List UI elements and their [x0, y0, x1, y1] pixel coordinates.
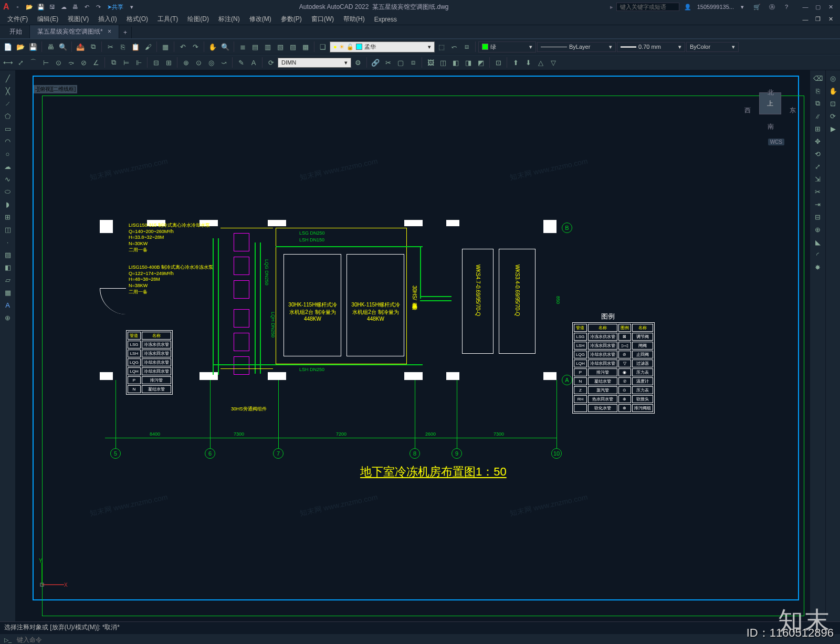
qat-saveas-icon[interactable]: 🖫 [47, 2, 58, 12]
dim-quick-icon[interactable]: ⧉ [108, 57, 119, 68]
makeblock-icon[interactable]: ◫ [2, 224, 14, 235]
3ddwf-icon[interactable]: ⧉ [87, 41, 99, 52]
trim-icon[interactable]: ✂ [812, 186, 824, 197]
wcs-badge[interactable]: WCS [768, 139, 784, 145]
properties-icon[interactable]: ≣ [237, 41, 248, 52]
menu-parametric[interactable]: 参数(P) [277, 14, 306, 25]
circle-icon[interactable]: ○ [2, 148, 14, 160]
viewcube-west[interactable]: 西 [744, 106, 751, 115]
draworder-front-icon[interactable]: ⬆ [510, 57, 521, 68]
dimstyle-icon[interactable]: ⚙ [352, 57, 364, 68]
quickcalc-icon[interactable]: ▩ [300, 41, 311, 52]
zoomext-icon[interactable]: ⊡ [827, 98, 839, 109]
plot-icon[interactable]: 🖶 [45, 41, 56, 52]
tolerance-icon[interactable]: ⊕ [180, 57, 192, 68]
img-clip-icon[interactable]: ◫ [437, 57, 449, 68]
paste-icon[interactable]: 📋 [130, 41, 141, 52]
mtext-icon[interactable]: A [2, 299, 14, 311]
color-dropdown[interactable]: 绿 ▾ [478, 41, 536, 52]
open-icon[interactable]: 📂 [15, 41, 26, 52]
img-adjust-icon[interactable]: ◧ [450, 57, 461, 68]
layer-dropdown[interactable]: ● ☀ 🔓 孟华 ▾ [330, 41, 435, 52]
ellipsearc-icon[interactable]: ◗ [2, 198, 14, 210]
viewcube-south[interactable]: 南 [768, 122, 774, 131]
menu-view[interactable]: 视图(V) [64, 14, 93, 25]
infocenter-icon[interactable]: ⓐ [766, 2, 777, 12]
point-icon[interactable]: · [2, 236, 14, 248]
ellipse-icon[interactable]: ⬭ [2, 186, 14, 197]
tab-close-icon[interactable]: × [108, 28, 111, 35]
redo2-icon[interactable]: ↷ [190, 41, 201, 52]
dim-break-icon[interactable]: ⊞ [163, 57, 174, 68]
centermark-icon[interactable]: ⊙ [193, 57, 204, 68]
array-icon[interactable]: ⊞ [812, 123, 824, 134]
img-attach-icon[interactable]: 🖼 [425, 57, 436, 68]
blockeditor-icon[interactable]: ▦ [160, 41, 171, 52]
layer-match-icon[interactable]: ⬚ [436, 41, 447, 52]
qat-undo-icon[interactable]: ↶ [82, 2, 92, 12]
save-icon[interactable]: 💾 [27, 41, 39, 52]
doc-minimize-icon[interactable]: — [800, 14, 811, 25]
rotate-icon[interactable]: ⟲ [812, 148, 824, 160]
minimize-icon[interactable]: — [800, 2, 811, 12]
new-icon[interactable]: 📄 [2, 41, 14, 52]
join-icon[interactable]: ⊕ [812, 224, 824, 235]
pline-icon[interactable]: ⟋ [2, 98, 14, 109]
draworder-above-icon[interactable]: △ [535, 57, 547, 68]
viewcube-north[interactable]: 北 [768, 88, 774, 97]
img-quality-icon[interactable]: ◨ [463, 57, 474, 68]
tab-start[interactable]: 开始 [2, 25, 30, 38]
chamfer-icon[interactable]: ◣ [812, 236, 824, 248]
dim-aligned-icon[interactable]: ⤢ [15, 57, 26, 68]
lineweight-dropdown[interactable]: 0.70 mm ▾ [617, 42, 685, 52]
qat-open-icon[interactable]: 📂 [24, 2, 35, 12]
publish-icon[interactable]: 📤 [75, 41, 86, 52]
dimedit-icon[interactable]: ✎ [235, 57, 247, 68]
qat-plot-icon[interactable]: 🖶 [70, 2, 81, 12]
menu-window[interactable]: 窗口(W) [307, 14, 338, 25]
designcenter-icon[interactable]: ▤ [249, 41, 261, 52]
dim-baseline-icon[interactable]: ⊨ [120, 57, 132, 68]
dim-linear-icon[interactable]: ⟷ [2, 57, 14, 68]
dim-space-icon[interactable]: ⊟ [150, 57, 162, 68]
fullnav-icon[interactable]: ◎ [827, 72, 839, 84]
gradient-icon[interactable]: ◧ [2, 261, 14, 273]
drawing-canvas[interactable]: -][俯视][二维线框] 5 6 7 8 9 10 A B 8400 7300 … [16, 70, 810, 621]
table-icon[interactable]: ▦ [2, 287, 14, 298]
menu-insert[interactable]: 插入(I) [94, 14, 121, 25]
dim-continue-icon[interactable]: ⊩ [133, 57, 144, 68]
stretch-icon[interactable]: ⇲ [812, 173, 824, 185]
dimupdate-icon[interactable]: ⟳ [265, 57, 277, 68]
help-search-input[interactable] [616, 3, 679, 11]
cut-icon[interactable]: ✂ [104, 41, 116, 52]
move-icon[interactable]: ✥ [812, 135, 824, 147]
arc-icon[interactable]: ◠ [2, 135, 14, 147]
draworder-under-icon[interactable]: ▽ [548, 57, 559, 68]
dim-arc-icon[interactable]: ⌒ [27, 57, 39, 68]
command-input[interactable] [14, 635, 838, 644]
copy2-icon[interactable]: ⎘ [812, 85, 824, 97]
scale-icon[interactable]: ⤢ [812, 161, 824, 172]
dim-diameter-icon[interactable]: ⊘ [78, 57, 89, 68]
hatch-icon[interactable]: ▨ [2, 249, 14, 260]
qat-more-icon[interactable]: ▾ [127, 2, 137, 12]
view-cube[interactable]: 北 西 上 东 南 [752, 91, 789, 128]
ref-frame-icon[interactable]: ▢ [395, 57, 406, 68]
menu-help[interactable]: 帮助(H) [339, 14, 369, 25]
menu-dimension[interactable]: 标注(N) [214, 14, 244, 25]
ref-attach-icon[interactable]: 🔗 [370, 57, 381, 68]
insertblock-icon[interactable]: ⊞ [2, 211, 14, 223]
rectangle-icon[interactable]: ▭ [2, 123, 14, 134]
menu-tools[interactable]: 工具(T) [153, 14, 182, 25]
dim-ordinate-icon[interactable]: ⊢ [40, 57, 51, 68]
explode-icon[interactable]: ✸ [812, 261, 824, 273]
joglinear-icon[interactable]: ⤻ [218, 57, 229, 68]
qat-web-icon[interactable]: ☁ [59, 2, 69, 12]
menu-edit[interactable]: 编辑(E) [33, 14, 62, 25]
autodesk-app-icon[interactable]: ▾ [737, 2, 748, 12]
qat-redo-icon[interactable]: ↷ [93, 2, 104, 12]
orbit-icon[interactable]: ⟳ [827, 110, 839, 122]
xline-icon[interactable]: ╳ [2, 85, 14, 97]
menu-modify[interactable]: 修改(M) [245, 14, 276, 25]
signin-icon[interactable]: 👤 [682, 2, 693, 12]
